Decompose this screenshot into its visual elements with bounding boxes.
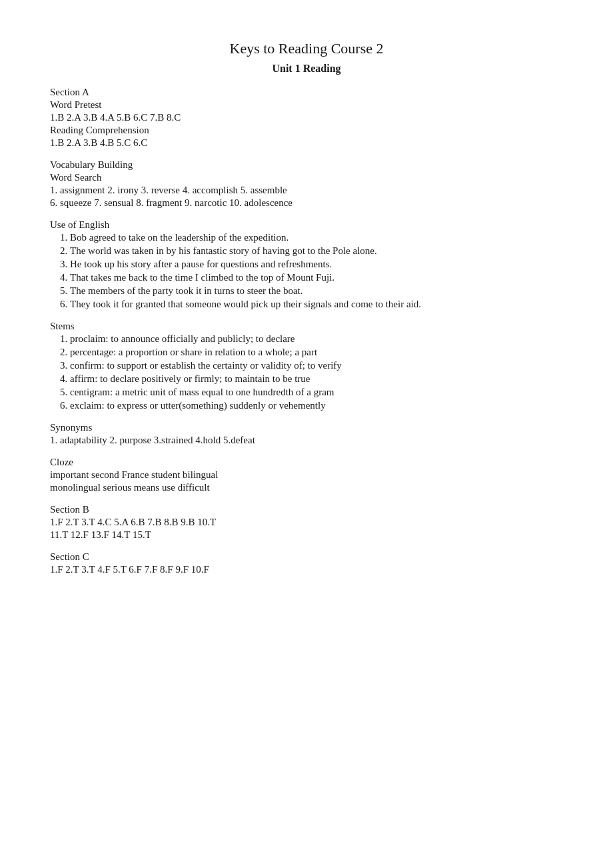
list-item: They took it for granted that someone wo… xyxy=(70,299,563,310)
word-pretest-answers: 1.B 2.A 3.B 4.A 5.B 6.C 7.B 8.C xyxy=(50,112,563,123)
cloze-label: Cloze xyxy=(50,457,563,468)
list-item: confirm: to support or establish the cer… xyxy=(70,360,563,371)
section-a-label: Section A xyxy=(50,87,563,98)
list-item: Bob agreed to take on the leadership of … xyxy=(70,232,563,243)
use-of-english: Use of English Bob agreed to take on the… xyxy=(50,219,563,310)
section-b: Section B 1.F 2.T 3.T 4.C 5.A 6.B 7.B 8.… xyxy=(50,504,563,541)
section-a: Section A Word Pretest 1.B 2.A 3.B 4.A 5… xyxy=(50,87,563,149)
synonyms-answers: 1. adaptability 2. purpose 3.strained 4.… xyxy=(50,435,563,446)
use-of-english-label: Use of English xyxy=(50,219,563,231)
list-item: percentage: a proportion or share in rel… xyxy=(70,347,563,358)
section-c: Section C 1.F 2.T 3.T 4.F 5.T 6.F 7.F 8.… xyxy=(50,551,563,575)
word-search-line2: 6. squeeze 7. sensual 8. fragment 9. nar… xyxy=(50,197,563,209)
list-item: affirm: to declare positively or firmly;… xyxy=(70,373,563,385)
synonyms-section: Synonyms 1. adaptability 2. purpose 3.st… xyxy=(50,422,563,446)
stems-label: Stems xyxy=(50,321,563,332)
list-item: He took up his story after a pause for q… xyxy=(70,259,563,270)
list-item: exclaim: to express or utter(something) … xyxy=(70,400,563,411)
use-of-english-list: Bob agreed to take on the leadership of … xyxy=(50,232,563,310)
stems-list: proclaim: to announce officially and pub… xyxy=(50,333,563,411)
section-b-answers-line2: 11.T 12.F 13.F 14.T 15.T xyxy=(50,529,563,541)
list-item: The world was taken in by his fantastic … xyxy=(70,245,563,257)
list-item: proclaim: to announce officially and pub… xyxy=(70,333,563,345)
word-search-line1: 1. assignment 2. irony 3. reverse 4. acc… xyxy=(50,185,563,196)
list-item: centigram: a metric unit of mass equal t… xyxy=(70,387,563,398)
reading-comprehension-label: Reading Comprehension xyxy=(50,125,563,136)
section-b-label: Section B xyxy=(50,504,563,515)
list-item: The members of the party took it in turn… xyxy=(70,285,563,297)
reading-comprehension-answers: 1.B 2.A 3.B 4.B 5.C 6.C xyxy=(50,137,563,149)
section-c-label: Section C xyxy=(50,551,563,563)
main-title: Keys to Reading Course 2 xyxy=(50,40,563,57)
cloze-section: Cloze important second France student bi… xyxy=(50,457,563,493)
vocabulary-building-label: Vocabulary Building xyxy=(50,159,563,171)
section-b-answers-line1: 1.F 2.T 3.T 4.C 5.A 6.B 7.B 8.B 9.B 10.T xyxy=(50,517,563,528)
cloze-line1: important second France student bilingua… xyxy=(50,469,563,481)
word-pretest-label: Word Pretest xyxy=(50,99,563,111)
synonyms-label: Synonyms xyxy=(50,422,563,433)
section-c-answers: 1.F 2.T 3.T 4.F 5.T 6.F 7.F 8.F 9.F 10.F xyxy=(50,564,563,575)
cloze-line2: monolingual serious means use difficult xyxy=(50,482,563,493)
stems-section: Stems proclaim: to announce officially a… xyxy=(50,321,563,411)
word-search-label: Word Search xyxy=(50,172,563,183)
vocabulary-building: Vocabulary Building Word Search 1. assig… xyxy=(50,159,563,209)
unit-title: Unit 1 Reading xyxy=(50,63,563,75)
list-item: That takes me back to the time I climbed… xyxy=(70,272,563,283)
